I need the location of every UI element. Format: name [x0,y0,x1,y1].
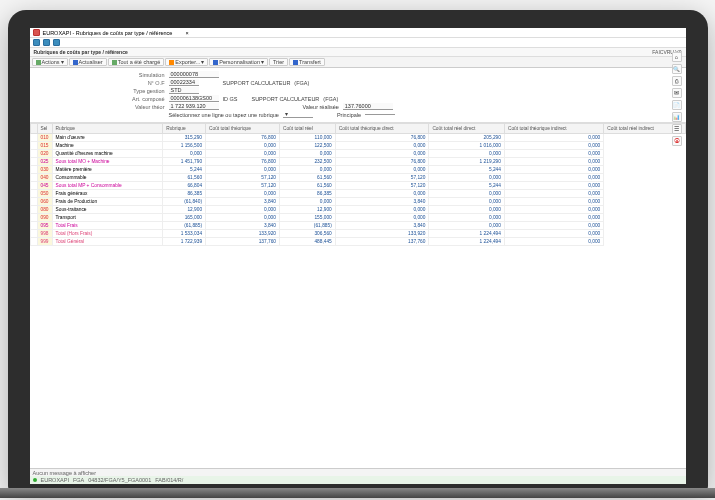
col-header[interactable]: Coût total théorique direct [335,124,429,134]
col-header[interactable]: Coût total réel [279,124,335,134]
col-header[interactable]: Rubrique [52,124,163,134]
simulation-field[interactable]: 000000078 [169,71,219,78]
col-header[interactable]: Coût total théorique indirect [504,124,603,134]
export-button[interactable]: Exporter... ▾ [165,58,208,66]
transfer-button[interactable]: Transfert [289,58,325,66]
status-bar: EUROXAPI FGA 04832/FGA/Y5_FGA0001 FAB/01… [30,476,686,484]
save-icon[interactable] [33,39,40,46]
quick-access [30,38,686,48]
of-field[interactable]: 00022334 [169,79,199,86]
message-text: Aucun message à afficher [33,470,97,476]
cost-grid[interactable]: SelRubriqueRubriqueCoût total théoriqueC… [30,123,686,246]
page-title: Rubriques de coûts par type / référence [34,49,128,55]
redo-icon[interactable] [53,39,60,46]
table-row[interactable]: 998Total (Hors Frais)1 533,034133,920306… [30,230,685,238]
actions-button[interactable]: Actions ▾ [32,58,68,66]
table-row[interactable]: 030Matière première5,2440,0000,0000,0005… [30,166,685,174]
zoom-icon[interactable]: ⦿ [672,136,682,146]
type-gestion-field[interactable]: STD [169,87,199,94]
col-header[interactable] [30,124,37,134]
table-row[interactable]: 040Consommable61,56057,12061,56057,1200,… [30,174,685,182]
rubrique-selector[interactable]: ▾ [283,111,313,118]
search-icon[interactable]: 🔍 [672,64,682,74]
status-dot-icon [33,478,37,482]
select-row-label: Sélectionnez une ligne ou tapez une rubr… [169,112,279,118]
table-row[interactable]: 015Machine1 156,5000,000122,5000,0001 01… [30,142,685,150]
table-row[interactable]: 010Main d'œuvre315,29076,800110,00076,80… [30,134,685,142]
doc-icon[interactable]: 📄 [672,100,682,110]
table-row[interactable]: 060Frais de Production(61,840)3,8400,000… [30,198,685,206]
home-icon[interactable]: ⌂ [672,52,682,62]
art-compose-field[interactable]: 000006138GS00 [169,95,219,102]
chart-icon[interactable]: 📊 [672,112,682,122]
table-row[interactable]: 999Total Général1 722,939137,760488,4451… [30,238,685,246]
valeur-theo-field: 1 722 939.120 [169,103,219,110]
title-bar: EUROXAPI - Rubriques de coûts par type /… [30,28,686,38]
table-row[interactable]: 020Quantité d'heures machine0,0000,0000,… [30,150,685,158]
table-row[interactable]: 080Sous-traitance12,9000,00012,9000,0000… [30,206,685,214]
sort-button[interactable]: Trier [269,58,288,66]
of-label: N° O.F [110,80,165,86]
list-icon[interactable]: ☰ [672,124,682,134]
message-bar: Aucun message à afficher [30,468,686,476]
principale-field[interactable] [365,114,395,115]
app-icon [33,29,40,36]
valeur-realisee-field: 137.76000 [343,103,393,110]
simulation-label: Simulation [110,72,165,78]
table-row[interactable]: 045Sous total MP + Consommable66,80457,1… [30,182,685,190]
side-toolbar: ⌂ 🔍 ⎙ ✉ 📄 📊 ☰ ⦿ [672,52,684,146]
main-toolbar: Actions ▾ Actualiser Tout a été chargé E… [30,57,686,68]
col-header[interactable]: Coût total théorique [206,124,280,134]
loaded-button[interactable]: Tout a été chargé [108,58,165,66]
art-compose-label: Art. composé [110,96,165,102]
table-row[interactable]: 095Total Frais(61,885)3,840(61,885)3,840… [30,222,685,230]
header-form: Simulation000000078 N° O.F00022334SUPPOR… [30,68,686,123]
window-title: EUROXAPI - Rubriques de coûts par type /… [43,30,173,36]
personalisation-button[interactable]: Personnalisation ▾ [209,58,268,66]
print-icon[interactable]: ⎙ [672,76,682,86]
mail-icon[interactable]: ✉ [672,88,682,98]
col-header[interactable]: Coût total réel direct [429,124,505,134]
table-row[interactable]: 050Frais généraux86,3850,00086,3850,0000… [30,190,685,198]
col-header[interactable]: Sel [37,124,52,134]
table-row[interactable]: 090Transport165,0000,000155,0000,0000,00… [30,214,685,222]
table-row[interactable]: 025Sous total MO + Machine1 451,79076,80… [30,158,685,166]
col-header[interactable]: Rubrique [163,124,206,134]
valeur-theo-label: Valeur théor [110,104,165,110]
type-gestion-label: Type gestion [110,88,165,94]
refresh-button[interactable]: Actualiser [69,58,107,66]
undo-icon[interactable] [43,39,50,46]
